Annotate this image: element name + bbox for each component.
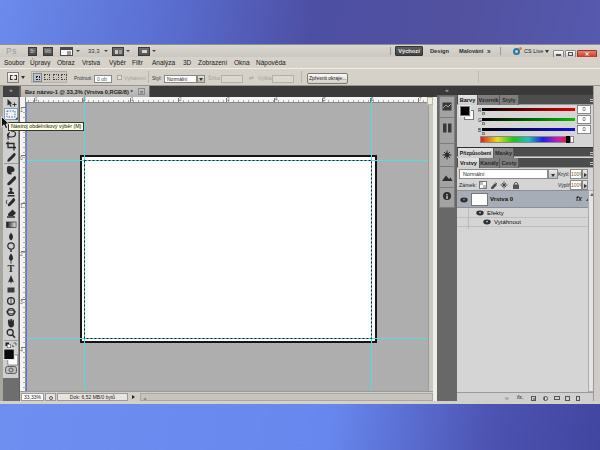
svg-text:T: T [8, 263, 15, 274]
